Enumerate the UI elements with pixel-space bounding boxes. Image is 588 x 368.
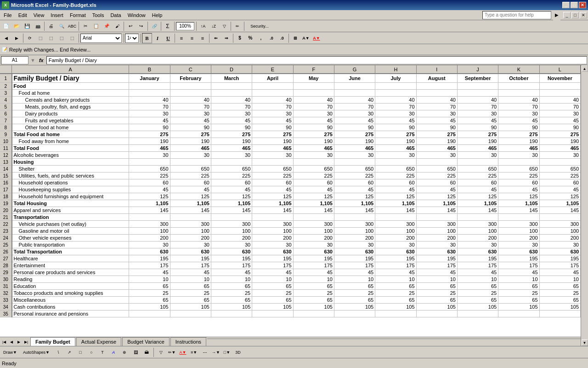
cell-C30[interactable]: 10	[170, 276, 211, 283]
maximize-button[interactable]: □	[571, 2, 578, 8]
cell-C16[interactable]: 60	[170, 179, 211, 186]
cell-D7[interactable]: 45	[211, 117, 252, 124]
cell-I7[interactable]: 45	[416, 117, 457, 124]
currency-button[interactable]: $	[235, 33, 245, 43]
cell-H28[interactable]: 175	[375, 262, 416, 269]
cell-I22[interactable]: 300	[416, 221, 457, 228]
minimize-button[interactable]: _	[562, 2, 570, 8]
cell-J32[interactable]: 25	[457, 290, 498, 297]
cell-F12[interactable]: 30	[293, 152, 334, 159]
cell-A13[interactable]: Housing	[12, 159, 129, 166]
cell-E32[interactable]: 25	[252, 290, 293, 297]
cut-button[interactable]: ✂	[80, 21, 90, 31]
cell-J9[interactable]: 275	[457, 131, 498, 138]
cell-I23[interactable]: 100	[416, 228, 457, 235]
cell-E12[interactable]: 30	[252, 152, 293, 159]
cell-J5[interactable]: 70	[457, 104, 498, 110]
cell-B8[interactable]: 90	[129, 124, 170, 131]
cell-I31[interactable]: 65	[416, 283, 457, 290]
cell-B30[interactable]: 10	[129, 276, 170, 283]
cell-H29[interactable]: 45	[375, 269, 416, 276]
cell-K2[interactable]	[498, 83, 539, 90]
cell-A19[interactable]: Total Housing	[12, 200, 129, 207]
back-button[interactable]: ◀	[1, 33, 11, 43]
cell-F18[interactable]: 125	[293, 193, 334, 200]
cell-B3[interactable]	[129, 90, 170, 97]
cell-E31[interactable]: 65	[252, 283, 293, 290]
cell-H6[interactable]: 30	[375, 110, 416, 117]
cell-L21[interactable]	[539, 214, 580, 221]
cell-B34[interactable]: 105	[129, 304, 170, 310]
cell-H7[interactable]: 45	[375, 117, 416, 124]
cell-H25[interactable]: 30	[375, 242, 416, 248]
cell-L34[interactable]: 105	[539, 304, 580, 310]
cell-A12[interactable]: Alcoholic beverages	[12, 152, 129, 159]
cell-G9[interactable]: 275	[334, 131, 375, 138]
cell-C34[interactable]: 105	[170, 304, 211, 310]
cell-B29[interactable]: 45	[129, 269, 170, 276]
toolbar-small-4[interactable]: ⬚	[57, 33, 67, 43]
cell-E4[interactable]: 40	[252, 97, 293, 104]
cell-J2[interactable]	[457, 83, 498, 90]
cell-D3[interactable]	[211, 90, 252, 97]
cell-C4[interactable]: 40	[170, 97, 211, 104]
cell-C25[interactable]: 30	[170, 242, 211, 248]
cell-A15[interactable]: Utilities, fuels, and public services	[12, 172, 129, 179]
cell-G15[interactable]: 225	[334, 172, 375, 179]
cell-C6[interactable]: 30	[170, 110, 211, 117]
cell-L10[interactable]: 190	[539, 138, 580, 145]
cell-G10[interactable]: 190	[334, 138, 375, 145]
text-box-tool[interactable]: T	[97, 347, 107, 357]
col-header-L[interactable]: L	[539, 65, 580, 74]
percent-button[interactable]: %	[245, 33, 255, 43]
toolbar-small-1[interactable]: ⟳	[25, 33, 35, 43]
cell-L3[interactable]	[539, 90, 580, 97]
cell-J14[interactable]: 650	[457, 166, 498, 172]
cell-B19[interactable]: 1,105	[129, 200, 170, 207]
cell-B14[interactable]: 650	[129, 166, 170, 172]
zoom-input[interactable]	[176, 22, 194, 30]
cell-reference-box[interactable]: A1	[1, 56, 28, 64]
cell-L35[interactable]	[539, 310, 580, 317]
cell-B1[interactable]: January	[129, 74, 170, 83]
cell-A22[interactable]: Vehicle purchases (net outlay)	[12, 221, 129, 228]
font-size-select[interactable]: 14 8 10 11 12	[125, 34, 139, 43]
cell-D35[interactable]	[211, 310, 252, 317]
cell-L5[interactable]: 70	[539, 104, 580, 110]
cell-A27[interactable]: Healthcare	[12, 255, 129, 262]
decrease-decimal-button[interactable]: .0	[277, 33, 287, 43]
menu-data[interactable]: Data	[107, 12, 124, 19]
cell-E8[interactable]: 90	[252, 124, 293, 131]
cell-F2[interactable]	[293, 83, 334, 90]
cell-L31[interactable]: 65	[539, 283, 580, 290]
help-input[interactable]	[482, 11, 551, 19]
cell-J28[interactable]: 175	[457, 262, 498, 269]
cell-C1[interactable]: February	[170, 74, 211, 83]
cell-I2[interactable]	[416, 83, 457, 90]
cell-K27[interactable]: 195	[498, 255, 539, 262]
cell-I29[interactable]: 45	[416, 269, 457, 276]
clipart-tool[interactable]: 🖼	[130, 347, 141, 357]
cell-B6[interactable]: 30	[129, 110, 170, 117]
cell-F22[interactable]: 300	[293, 221, 334, 228]
line-color-button[interactable]: ✏▼	[167, 347, 177, 357]
cell-J4[interactable]: 40	[457, 97, 498, 104]
cell-D12[interactable]: 30	[211, 152, 252, 159]
cell-D4[interactable]: 40	[211, 97, 252, 104]
cell-K15[interactable]: 225	[498, 172, 539, 179]
autoshapes-button[interactable]: AutoShapes▼	[20, 347, 52, 357]
cell-K32[interactable]: 25	[498, 290, 539, 297]
cell-G35[interactable]	[334, 310, 375, 317]
cell-L16[interactable]: 60	[539, 179, 580, 186]
cell-J33[interactable]: 65	[457, 297, 498, 304]
cell-J21[interactable]	[457, 214, 498, 221]
cell-A11[interactable]: Total Food	[12, 145, 129, 152]
cell-I12[interactable]: 30	[416, 152, 457, 159]
cell-A25[interactable]: Public transportation	[12, 242, 129, 248]
window-restore-button[interactable]: □	[571, 12, 579, 18]
cell-B28[interactable]: 175	[129, 262, 170, 269]
cell-G6[interactable]: 30	[334, 110, 375, 117]
cell-G29[interactable]: 45	[334, 269, 375, 276]
cell-D14[interactable]: 650	[211, 166, 252, 172]
cell-I34[interactable]: 105	[416, 304, 457, 310]
